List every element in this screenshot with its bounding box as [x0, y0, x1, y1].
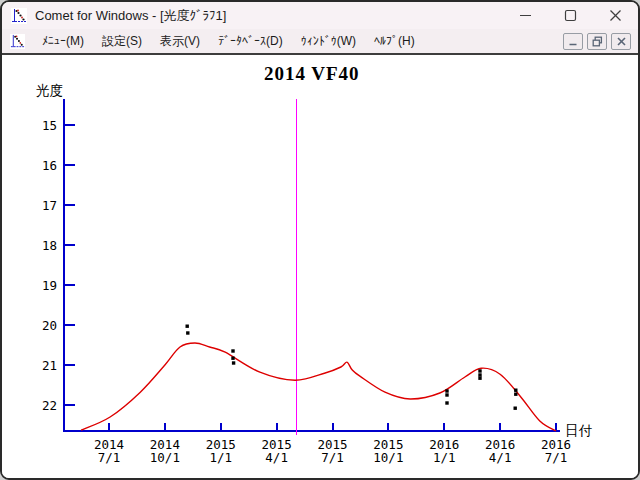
model-light-curve	[81, 343, 556, 431]
x-tick-label-date: 7/1	[98, 450, 121, 465]
light-curve-app-icon	[11, 8, 27, 24]
observation-point	[478, 377, 481, 380]
observation-point	[478, 369, 481, 372]
x-tick-label-date: 4/1	[489, 450, 512, 465]
mdi-minimize-icon	[568, 36, 579, 47]
window-title: Comet for Windows - [光度ｸﾞﾗﾌ1]	[35, 7, 226, 25]
observation-point	[186, 325, 189, 328]
mdi-window-buttons	[563, 33, 631, 50]
observation-point	[231, 357, 234, 360]
menu-item-settings[interactable]: 設定(S)	[93, 30, 151, 53]
observation-point	[231, 349, 234, 352]
x-tick-label-date: 4/1	[265, 450, 288, 465]
observation-point	[186, 331, 189, 334]
y-tick-label: 21	[42, 358, 57, 373]
y-tick-label: 15	[42, 118, 57, 133]
observation-point	[445, 389, 448, 392]
mdi-restore-icon	[592, 36, 603, 47]
light-curve-chart: 151617181920212220147/1201410/120151/120…	[2, 57, 638, 480]
menu-bar: ﾒﾆｭｰ(M) 設定(S) 表示(V) ﾃﾞｰﾀﾍﾞｰｽ(D) ｳｨﾝﾄﾞｳ(W…	[2, 29, 638, 55]
mdi-minimize-button[interactable]	[563, 33, 583, 50]
y-tick-label: 18	[42, 238, 57, 253]
y-tick-label: 16	[42, 158, 57, 173]
x-tick-label-date: 7/1	[321, 450, 344, 465]
observation-point	[445, 401, 448, 404]
mdi-restore-button[interactable]	[587, 33, 607, 50]
x-tick-label-date: 7/1	[545, 450, 568, 465]
observation-point	[514, 389, 517, 392]
mdi-close-button[interactable]	[611, 33, 631, 50]
maximize-button[interactable]	[548, 2, 593, 29]
y-tick-label: 17	[42, 198, 57, 213]
y-tick-label: 22	[42, 398, 57, 413]
observation-point	[232, 361, 235, 364]
caption-buttons	[503, 2, 638, 29]
mdi-child-system-icon[interactable]	[10, 34, 25, 49]
observation-point	[514, 407, 517, 410]
observation-point	[445, 393, 448, 396]
mdi-close-icon	[616, 36, 627, 47]
x-tick-label-date: 10/1	[373, 450, 403, 465]
minimize-icon	[519, 9, 532, 22]
y-tick-label: 20	[42, 318, 57, 333]
x-tick-label-date: 1/1	[209, 450, 232, 465]
chart-title: 2014 VF40	[264, 63, 360, 84]
menu-item-help[interactable]: ﾍﾙﾌﾟ(H)	[365, 31, 424, 51]
close-icon	[609, 9, 622, 22]
app-window: Comet for Windows - [光度ｸﾞﾗﾌ1]	[0, 0, 640, 480]
close-button[interactable]	[593, 2, 638, 29]
menu-item-menu[interactable]: ﾒﾆｭｰ(M)	[33, 31, 93, 51]
menu-item-window[interactable]: ｳｨﾝﾄﾞｳ(W)	[292, 31, 365, 51]
y-axis-title: 光度	[36, 82, 63, 98]
x-tick-label-date: 1/1	[433, 450, 456, 465]
maximize-icon	[564, 9, 577, 22]
menu-item-database[interactable]: ﾃﾞｰﾀﾍﾞｰｽ(D)	[209, 31, 292, 51]
observation-point	[514, 393, 517, 396]
graph-window: 151617181920212220147/1201410/120151/120…	[2, 57, 638, 478]
title-bar: Comet for Windows - [光度ｸﾞﾗﾌ1]	[2, 2, 638, 29]
menu-item-view[interactable]: 表示(V)	[151, 30, 209, 53]
x-tick-label-date: 10/1	[150, 450, 180, 465]
x-axis-title: 日付	[565, 422, 593, 438]
minimize-button[interactable]	[503, 2, 548, 29]
observation-point	[478, 373, 481, 376]
y-tick-label: 19	[42, 278, 57, 293]
